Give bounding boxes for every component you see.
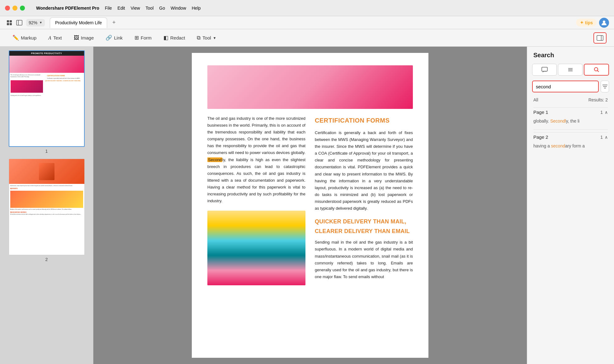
tool-button[interactable]: ⧉ Tool ▼ bbox=[192, 32, 221, 44]
svg-rect-9 bbox=[542, 67, 547, 71]
menu-help[interactable]: Help bbox=[192, 6, 201, 11]
page2-result-header[interactable]: Page 2 1 ∧ bbox=[533, 132, 608, 142]
form-button[interactable]: ⊞ Form bbox=[130, 32, 157, 44]
svg-rect-7 bbox=[597, 35, 603, 40]
zoom-arrow: ▼ bbox=[39, 21, 42, 24]
thumb-1-body: The oil and gas industry is one of the m… bbox=[9, 73, 84, 98]
close-button[interactable] bbox=[5, 6, 10, 11]
thumb-page-1[interactable]: PROMOTE PRODUCTIVITY The oil and gas ind… bbox=[9, 50, 85, 147]
all-label: All bbox=[533, 97, 538, 102]
image-button[interactable]: 🖼 Image bbox=[69, 32, 99, 44]
form-label: Form bbox=[141, 35, 152, 40]
search-title: Search bbox=[527, 47, 614, 61]
results-count: Results: 2 bbox=[588, 97, 608, 102]
tips-badge[interactable]: ✦ tips bbox=[576, 19, 597, 26]
svg-rect-1 bbox=[10, 20, 12, 22]
page1-result-header[interactable]: Page 1 1 ∧ bbox=[533, 107, 608, 117]
text-button[interactable]: 𝐴 Text bbox=[43, 32, 67, 44]
search-input-row bbox=[527, 78, 614, 95]
thumb-2-body: attachments, means that the person has t… bbox=[9, 184, 84, 217]
image-label: Image bbox=[81, 35, 94, 40]
document-tab[interactable]: Productivity Modern Life bbox=[50, 17, 107, 28]
search-input[interactable] bbox=[532, 81, 599, 92]
pdf-left-column: The oil and gas industry is one of the m… bbox=[207, 115, 305, 285]
page1-count-num: 1 bbox=[600, 110, 603, 115]
tool-label: Tool bbox=[202, 35, 211, 40]
redact-button[interactable]: ◧ Redact bbox=[158, 32, 190, 44]
svg-rect-0 bbox=[7, 20, 9, 22]
page1-label: Page 1 bbox=[533, 110, 548, 115]
link-label: Link bbox=[114, 35, 123, 40]
thumb-2-top-image bbox=[9, 159, 84, 184]
text-icon: 𝐴 bbox=[48, 35, 51, 41]
pdf-left-text: The oil and gas industry is one of the m… bbox=[207, 115, 305, 204]
page2-result: Page 2 1 ∧ having a secondary form a bbox=[527, 130, 614, 154]
sidebar-toggle-icon[interactable] bbox=[15, 18, 24, 27]
page1-snippet[interactable]: globally. Secondly, the li bbox=[533, 117, 608, 127]
thumbnail-1[interactable]: PROMOTE PRODUCTIVITY The oil and gas ind… bbox=[4, 50, 89, 154]
markup-button[interactable]: ✏️ Markup bbox=[7, 32, 41, 44]
thumbnails-sidebar: PROMOTE PRODUCTIVITY The oil and gas ind… bbox=[0, 47, 93, 364]
tab-tips-area: ✦ tips bbox=[576, 18, 609, 28]
menu-window[interactable]: Window bbox=[171, 6, 186, 11]
menu-go[interactable]: Go bbox=[159, 6, 165, 11]
maximize-button[interactable] bbox=[20, 6, 25, 11]
page1-highlight: Secondl bbox=[550, 119, 566, 124]
thumb-page-2[interactable]: attachments, means that the person has t… bbox=[9, 159, 85, 255]
page2-label: Page 2 bbox=[533, 134, 548, 140]
link-button[interactable]: 🔗 Link bbox=[101, 32, 128, 44]
markup-icon: ✏️ bbox=[12, 35, 19, 41]
svg-rect-2 bbox=[7, 23, 9, 25]
add-tab-button[interactable]: + bbox=[110, 18, 118, 27]
menu-view[interactable]: View bbox=[130, 6, 140, 11]
grid-view-icon[interactable] bbox=[5, 18, 14, 27]
quicker-title: QUICKER DELIVERY THAN MAIL,CLEARER DELIV… bbox=[315, 217, 413, 236]
search-filter-button[interactable] bbox=[601, 81, 609, 92]
thumb-1-top-image bbox=[9, 56, 84, 73]
search-tabs bbox=[527, 61, 614, 78]
tool-dropdown-icon: ▼ bbox=[213, 36, 216, 40]
search-comment-tab[interactable] bbox=[532, 64, 557, 76]
menu-tool[interactable]: Tool bbox=[146, 6, 154, 11]
tab-title: Productivity Modern Life bbox=[55, 20, 102, 25]
panel-toggle-button[interactable] bbox=[593, 32, 607, 44]
thumbnail-2[interactable]: attachments, means that the person has t… bbox=[4, 159, 89, 262]
page2-count: 1 ∧ bbox=[600, 135, 608, 140]
link-icon: 🔗 bbox=[106, 35, 112, 41]
pdf-area[interactable]: The oil and gas industry is one of the m… bbox=[93, 47, 527, 364]
user-avatar[interactable] bbox=[599, 18, 609, 28]
page1-chevron-icon: ∧ bbox=[605, 110, 608, 115]
thumb-2-resources-label: RESOURCES WORKS bbox=[10, 211, 83, 213]
form-icon: ⊞ bbox=[135, 35, 139, 41]
page2-chevron-icon: ∧ bbox=[605, 135, 608, 140]
cert-title: CERTIFICATION FORMS bbox=[315, 115, 413, 126]
thumb-2-number: 2 bbox=[45, 257, 48, 262]
page1-count: 1 ∧ bbox=[600, 110, 608, 115]
svg-rect-4 bbox=[17, 20, 22, 25]
svg-point-6 bbox=[603, 21, 605, 23]
menu-file[interactable]: File bbox=[105, 6, 112, 11]
menu-appname[interactable]: Wondershare PDFElement Pro bbox=[36, 6, 99, 11]
thumb-1-number: 1 bbox=[45, 149, 48, 154]
redact-icon: ◧ bbox=[163, 35, 168, 41]
search-search-tab[interactable] bbox=[584, 64, 609, 76]
zoom-label: 92% bbox=[29, 20, 37, 25]
pdf-page: The oil and gas industry is one of the m… bbox=[192, 53, 428, 358]
traffic-lights bbox=[5, 6, 25, 11]
svg-point-13 bbox=[594, 68, 598, 71]
search-results-header: All Results: 2 bbox=[527, 95, 614, 105]
pdf-top-image bbox=[207, 65, 413, 109]
tips-star-icon: ✦ bbox=[580, 20, 584, 26]
svg-line-14 bbox=[597, 71, 599, 72]
minimize-button[interactable] bbox=[12, 6, 17, 11]
thumb-2-section-label: REPORTS bbox=[10, 188, 83, 190]
redact-label: Redact bbox=[170, 35, 185, 40]
page2-snippet[interactable]: having a secondary form a bbox=[533, 142, 608, 152]
text-label: Text bbox=[53, 35, 62, 40]
zoom-control[interactable]: 92% ▼ bbox=[26, 19, 45, 26]
menu-edit[interactable]: Edit bbox=[117, 6, 125, 11]
search-list-tab[interactable] bbox=[558, 64, 583, 76]
page1-result: Page 1 1 ∧ globally. Secondly, the li bbox=[527, 105, 614, 129]
pdf-columns: The oil and gas industry is one of the m… bbox=[207, 115, 413, 285]
page2-count-num: 1 bbox=[600, 135, 603, 140]
